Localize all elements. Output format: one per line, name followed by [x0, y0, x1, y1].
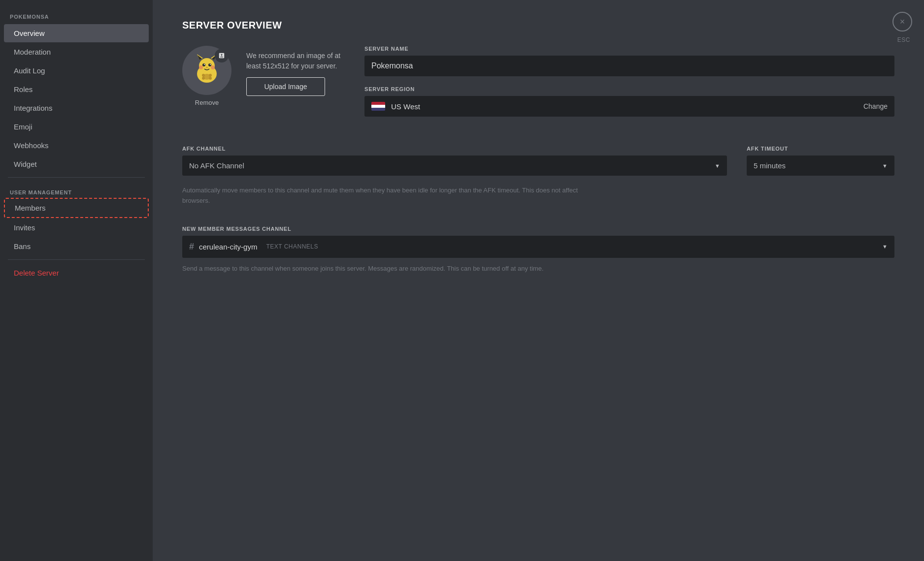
- svg-point-7: [208, 63, 211, 66]
- channel-left: # cerulean-city-gym TEXT CHANNELS: [189, 242, 318, 252]
- new-member-description: Send a message to this channel when some…: [182, 264, 606, 274]
- channel-chevron-icon: ▼: [882, 244, 888, 249]
- sidebar-item-bans-label: Bans: [14, 242, 31, 250]
- sidebar-item-integrations-label: Integrations: [14, 104, 52, 112]
- close-button[interactable]: ×: [892, 12, 912, 31]
- sidebar-item-moderation-label: Moderation: [14, 48, 51, 56]
- afk-channel-col: AFK CHANNEL No AFK Channel: [182, 146, 727, 176]
- svg-point-10: [206, 67, 208, 68]
- sidebar-item-members[interactable]: Members: [4, 198, 149, 218]
- svg-point-14: [202, 74, 205, 77]
- sidebar-item-emoji[interactable]: Emoji: [4, 118, 149, 136]
- region-name: US West: [391, 102, 420, 111]
- afk-timeout-label: AFK TIMEOUT: [747, 146, 894, 152]
- upload-image-button[interactable]: Upload Image: [246, 77, 325, 96]
- sidebar-item-integrations[interactable]: Integrations: [4, 99, 149, 117]
- sidebar: POKEMONSA Overview Moderation Audit Log …: [0, 0, 153, 561]
- new-member-label: NEW MEMBER MESSAGES CHANNEL: [182, 226, 894, 232]
- server-overview-row: Remove We recommend an image of at least…: [182, 46, 894, 126]
- delete-server-label: Delete Server: [14, 269, 59, 277]
- sidebar-item-delete-server[interactable]: Delete Server: [4, 264, 149, 282]
- svg-point-12: [211, 65, 215, 69]
- server-icon-section: Remove We recommend an image of at least…: [182, 46, 345, 106]
- channel-input-wrapper[interactable]: # cerulean-city-gym TEXT CHANNELS ▼: [182, 236, 894, 258]
- svg-point-9: [210, 64, 211, 65]
- sidebar-item-bans[interactable]: Bans: [4, 237, 149, 255]
- text-channels-label: TEXT CHANNELS: [266, 243, 318, 250]
- sidebar-item-audit-log[interactable]: Audit Log: [4, 62, 149, 80]
- main-content: SERVER OVERVIEW: [153, 0, 924, 561]
- server-region-field-label: SERVER REGION: [364, 86, 894, 92]
- afk-channel-select-wrapper: No AFK Channel: [182, 156, 727, 176]
- server-name-label: POKEMONSA: [0, 10, 153, 24]
- server-info-right: SERVER NAME SERVER REGION US West Change: [364, 46, 894, 126]
- upload-small-icon: [218, 52, 225, 59]
- svg-point-8: [204, 64, 205, 65]
- sidebar-item-audit-log-label: Audit Log: [14, 66, 45, 75]
- sidebar-item-roles-label: Roles: [14, 85, 33, 94]
- upload-image-info: We recommend an image of at least 512x51…: [246, 46, 345, 96]
- sidebar-item-moderation[interactable]: Moderation: [4, 43, 149, 61]
- sidebar-divider: [8, 177, 145, 178]
- sidebar-item-webhooks[interactable]: Webhooks: [4, 136, 149, 155]
- afk-description: Automatically move members to this chann…: [182, 186, 606, 206]
- remove-label[interactable]: Remove: [195, 99, 219, 106]
- region-display[interactable]: US West Change: [364, 96, 894, 117]
- upload-icon-overlay[interactable]: [215, 49, 229, 62]
- hash-icon: #: [189, 242, 194, 252]
- channel-name: cerulean-city-gym: [199, 243, 257, 251]
- afk-section: AFK CHANNEL No AFK Channel AFK TIMEOUT 5…: [182, 146, 894, 176]
- svg-point-16: [202, 77, 205, 80]
- svg-point-11: [199, 65, 203, 69]
- afk-timeout-select[interactable]: 5 minutes: [747, 156, 894, 176]
- new-member-section: NEW MEMBER MESSAGES CHANNEL # cerulean-c…: [182, 226, 894, 274]
- sidebar-item-webhooks-label: Webhooks: [14, 141, 49, 150]
- svg-point-15: [209, 74, 212, 77]
- sidebar-item-members-label: Members: [15, 204, 46, 212]
- upload-hint: We recommend an image of at least 512x51…: [246, 51, 345, 71]
- flag-stripe-blue: [371, 108, 385, 111]
- sidebar-item-widget[interactable]: Widget: [4, 155, 149, 173]
- region-left: US West: [371, 102, 420, 111]
- server-name-field-label: SERVER NAME: [364, 46, 894, 52]
- svg-point-6: [202, 63, 205, 66]
- afk-timeout-select-wrapper: 5 minutes: [747, 156, 894, 176]
- server-name-input[interactable]: [364, 56, 894, 76]
- afk-channel-select[interactable]: No AFK Channel: [182, 156, 727, 176]
- sidebar-item-widget-label: Widget: [14, 160, 37, 168]
- page-title: SERVER OVERVIEW: [182, 20, 894, 31]
- svg-point-17: [209, 77, 212, 80]
- sidebar-item-invites[interactable]: Invites: [4, 218, 149, 237]
- sidebar-item-overview[interactable]: Overview: [4, 24, 149, 42]
- sidebar-item-overview-label: Overview: [14, 29, 45, 37]
- change-region-button[interactable]: Change: [863, 102, 888, 110]
- esc-label: ESC: [897, 36, 910, 43]
- sidebar-item-roles[interactable]: Roles: [4, 80, 149, 98]
- sidebar-divider-2: [8, 259, 145, 260]
- afk-timeout-col: AFK TIMEOUT 5 minutes: [747, 146, 894, 176]
- sidebar-item-invites-label: Invites: [14, 223, 35, 232]
- sidebar-item-emoji-label: Emoji: [14, 123, 33, 131]
- server-icon-wrapper: Remove: [182, 46, 231, 106]
- user-management-label: USER MANAGEMENT: [0, 182, 153, 197]
- afk-channel-label: AFK CHANNEL: [182, 146, 727, 152]
- us-flag-icon: [371, 102, 385, 111]
- server-icon-circle[interactable]: [182, 46, 231, 95]
